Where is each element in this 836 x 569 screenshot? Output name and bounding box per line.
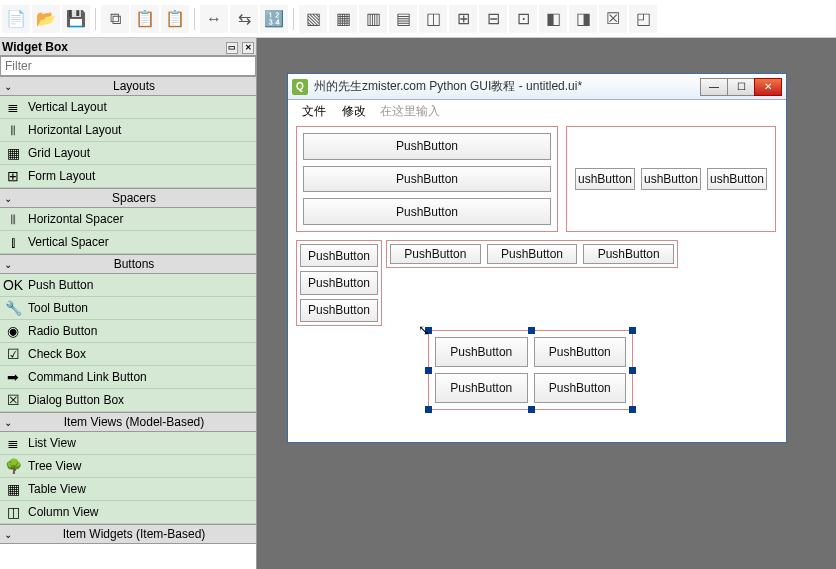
- push-button[interactable]: ushButton: [707, 168, 767, 190]
- adjust-size-button[interactable]: ⊡: [509, 5, 537, 33]
- vertical-layout[interactable]: PushButton PushButton PushButton: [296, 126, 558, 232]
- widget-category-header[interactable]: ⌄Item Widgets (Item-Based): [0, 524, 256, 544]
- grid-layout-selected[interactable]: PushButton PushButton PushButton PushBut…: [428, 330, 633, 410]
- widget-item[interactable]: OKPush Button: [0, 274, 256, 297]
- preview-button[interactable]: ◰: [629, 5, 657, 33]
- minimize-button[interactable]: —: [700, 78, 728, 96]
- push-button[interactable]: PushButton: [435, 337, 528, 367]
- push-button[interactable]: PushButton: [534, 337, 627, 367]
- widget-item[interactable]: ⊞Form Layout: [0, 165, 256, 188]
- widget-item[interactable]: ☑Check Box: [0, 343, 256, 366]
- widget-item[interactable]: 🔧Tool Button: [0, 297, 256, 320]
- widget-box-float-icon[interactable]: ▭: [226, 42, 238, 54]
- widget-item[interactable]: ▦Table View: [0, 478, 256, 501]
- spacer-v-button[interactable]: ◧: [539, 5, 567, 33]
- close-button[interactable]: ✕: [754, 78, 782, 96]
- category-label: Item Views (Model-Based): [16, 415, 252, 429]
- layout-v-button[interactable]: ▦: [329, 5, 357, 33]
- widget-icon: 🌳: [4, 457, 22, 475]
- push-button[interactable]: PushButton: [534, 373, 627, 403]
- widget-icon: ➡: [4, 368, 22, 386]
- selection-handle[interactable]: [629, 406, 636, 413]
- selection-handle[interactable]: [528, 406, 535, 413]
- form-body[interactable]: PushButton PushButton PushButton ushButt…: [288, 122, 786, 442]
- push-button[interactable]: PushButton: [303, 133, 551, 160]
- chevron-down-icon: ⌄: [4, 81, 12, 92]
- push-button[interactable]: PushButton: [300, 244, 378, 267]
- vertical-layout[interactable]: PushButton PushButton PushButton: [296, 240, 382, 326]
- widget-category-header[interactable]: ⌄Spacers: [0, 188, 256, 208]
- push-button[interactable]: PushButton: [435, 373, 528, 403]
- widget-item[interactable]: ≣Vertical Layout: [0, 96, 256, 119]
- selection-handle[interactable]: [629, 327, 636, 334]
- category-label: Buttons: [16, 257, 252, 271]
- copy-button[interactable]: ⧉: [101, 5, 129, 33]
- layout-horizontal-button[interactable]: ↔: [200, 5, 228, 33]
- clipboard-button[interactable]: 📋: [161, 5, 189, 33]
- push-button[interactable]: PushButton: [300, 271, 378, 294]
- horizontal-layout[interactable]: ushButton ushButton ushButton: [566, 126, 776, 232]
- push-button[interactable]: PushButton: [303, 198, 551, 225]
- push-button[interactable]: PushButton: [487, 244, 578, 264]
- push-button[interactable]: PushButton: [390, 244, 481, 264]
- break-layout-button[interactable]: ⊟: [479, 5, 507, 33]
- horizontal-layout[interactable]: PushButton PushButton PushButton: [386, 240, 678, 268]
- widget-item[interactable]: ⫴Horizontal Spacer: [0, 208, 256, 231]
- widget-label: Vertical Layout: [28, 100, 107, 114]
- chevron-down-icon: ⌄: [4, 529, 12, 540]
- selection-handle[interactable]: [629, 367, 636, 374]
- widget-item[interactable]: ▦Grid Layout: [0, 142, 256, 165]
- maximize-button[interactable]: ☐: [727, 78, 755, 96]
- widget-category-header[interactable]: ⌄Layouts: [0, 76, 256, 96]
- push-button[interactable]: ushButton: [641, 168, 701, 190]
- menu-file[interactable]: 文件: [294, 101, 334, 122]
- widget-item[interactable]: ☒Dialog Button Box: [0, 389, 256, 412]
- widget-box-close-icon[interactable]: ✕: [242, 42, 254, 54]
- widget-label: Form Layout: [28, 169, 95, 183]
- design-canvas[interactable]: Q 州的先生zmister.com Python GUI教程 - untitle…: [257, 38, 836, 569]
- widget-list[interactable]: ⌄Layouts≣Vertical Layout⦀Horizontal Layo…: [0, 76, 256, 569]
- widget-item[interactable]: ≣List View: [0, 432, 256, 455]
- widget-category-header[interactable]: ⌄Item Views (Model-Based): [0, 412, 256, 432]
- signals-slots-button[interactable]: ☒: [599, 5, 627, 33]
- widget-category-header[interactable]: ⌄Buttons: [0, 254, 256, 274]
- widget-item[interactable]: 🌳Tree View: [0, 455, 256, 478]
- layout-hs-button[interactable]: ▥: [359, 5, 387, 33]
- paste-button[interactable]: 📋: [131, 5, 159, 33]
- tab-order-button[interactable]: 🔢: [260, 5, 288, 33]
- widget-label: Radio Button: [28, 324, 97, 338]
- layout-vs-button[interactable]: ▤: [389, 5, 417, 33]
- layout-vertical-button[interactable]: ⇆: [230, 5, 258, 33]
- menu-type-here[interactable]: 在这里输入: [374, 101, 446, 122]
- widget-item[interactable]: ➡Command Link Button: [0, 366, 256, 389]
- push-button[interactable]: ushButton: [575, 168, 635, 190]
- widget-label: Tool Button: [28, 301, 88, 315]
- form-menubar[interactable]: 文件 修改 在这里输入: [288, 100, 786, 122]
- widget-label: Column View: [28, 505, 98, 519]
- menu-edit[interactable]: 修改: [334, 101, 374, 122]
- layout-h-button[interactable]: ▧: [299, 5, 327, 33]
- push-button[interactable]: PushButton: [300, 299, 378, 322]
- widget-item[interactable]: ⫿Vertical Spacer: [0, 231, 256, 254]
- form-window[interactable]: Q 州的先生zmister.com Python GUI教程 - untitle…: [287, 73, 787, 443]
- selection-handle[interactable]: [528, 327, 535, 334]
- open-file-button[interactable]: 📂: [32, 5, 60, 33]
- selection-handle[interactable]: [425, 406, 432, 413]
- new-file-button[interactable]: 📄: [2, 5, 30, 33]
- widget-item[interactable]: ◫Column View: [0, 501, 256, 524]
- widget-icon: ⦀: [4, 121, 22, 139]
- chevron-down-icon: ⌄: [4, 193, 12, 204]
- widget-icon: OK: [4, 276, 22, 294]
- push-button[interactable]: PushButton: [303, 166, 551, 193]
- push-button[interactable]: PushButton: [583, 244, 674, 264]
- layout-form-button[interactable]: ⊞: [449, 5, 477, 33]
- layout-grid-button[interactable]: ◫: [419, 5, 447, 33]
- widget-item[interactable]: ◉Radio Button: [0, 320, 256, 343]
- widget-item[interactable]: ⦀Horizontal Layout: [0, 119, 256, 142]
- selection-handle[interactable]: [425, 367, 432, 374]
- save-file-button[interactable]: 💾: [62, 5, 90, 33]
- widget-icon: ▦: [4, 480, 22, 498]
- form-titlebar[interactable]: Q 州的先生zmister.com Python GUI教程 - untitle…: [288, 74, 786, 100]
- widget-filter-input[interactable]: [0, 56, 256, 76]
- spacer-h-button[interactable]: ◨: [569, 5, 597, 33]
